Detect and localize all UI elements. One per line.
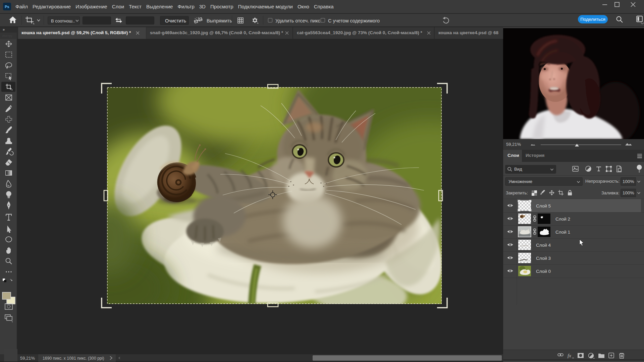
svg-text:Слой 2: Слой 2 <box>555 217 570 222</box>
svg-text:Слой 0: Слой 0 <box>536 269 551 274</box>
svg-text:Слой 1: Слой 1 <box>555 230 570 235</box>
svg-text:Слой 4: Слой 4 <box>536 243 551 248</box>
svg-text:Ps: Ps <box>5 5 9 9</box>
svg-text:Слой 5: Слой 5 <box>536 203 551 208</box>
svg-text:fx: fx <box>568 353 571 358</box>
svg-text:Слой 3: Слой 3 <box>536 256 551 261</box>
